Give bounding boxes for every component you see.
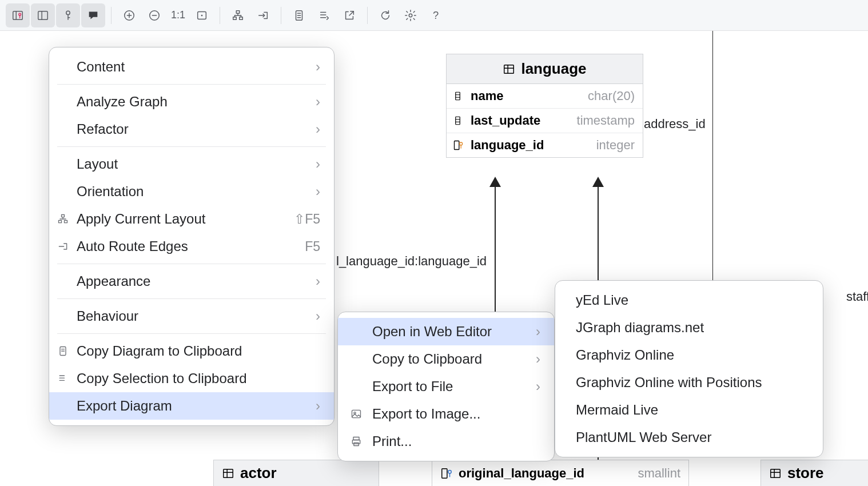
relation-arrowhead [592, 177, 604, 187]
svg-rect-52 [771, 469, 781, 477]
menu-analyze-graph[interactable]: Analyze Graph › [49, 88, 334, 115]
key-icon[interactable] [56, 3, 80, 27]
document-icon[interactable] [287, 3, 311, 27]
menu-label: Orientation [77, 184, 144, 200]
menu-copy-selection[interactable]: Copy Selection to Clipboard [49, 365, 334, 392]
entity-row[interactable]: name char(20) [447, 84, 643, 109]
chevron-right-icon: › [316, 94, 320, 110]
svg-rect-49 [442, 468, 447, 478]
menu-auto-route[interactable]: Auto Route Edges F5 [49, 233, 334, 260]
menu-separator [57, 146, 326, 147]
separator [111, 7, 112, 24]
image-icon [349, 407, 363, 421]
menu-label: Graphviz Online [576, 347, 674, 363]
open-external-icon[interactable] [337, 3, 361, 27]
menu-label: Copy Diagram to Clipboard [77, 343, 242, 359]
column-type: integer [596, 138, 635, 153]
table-icon [503, 63, 515, 75]
menu-label: Behaviour [77, 308, 138, 324]
column-type: timestamp [577, 113, 635, 128]
menu-label: Copy to Clipboard [372, 351, 482, 367]
menu-label: Analyze Graph [77, 94, 168, 110]
chevron-right-icon: › [316, 308, 320, 324]
zoom-reset-button[interactable]: 1:1 [168, 3, 189, 27]
route-edges-icon[interactable] [251, 3, 275, 27]
menu-label: Apply Current Layout [77, 211, 205, 227]
menu-export-image[interactable]: Export to Image... [338, 400, 554, 428]
entity-store-partial[interactable]: store [761, 460, 868, 486]
menu-yed-live[interactable]: yEd Live [555, 286, 823, 314]
entity-title: actor [240, 464, 277, 482]
menu-jgraph[interactable]: JGraph diagrams.net [555, 314, 823, 341]
svg-point-50 [448, 470, 452, 473]
menu-label: Export Diagram [77, 398, 172, 414]
menu-separator [57, 298, 326, 299]
chevron-right-icon: › [316, 121, 320, 137]
chevron-right-icon: › [316, 156, 320, 172]
selection-list-icon[interactable] [312, 3, 336, 27]
column-icon [452, 91, 465, 101]
entity-row[interactable]: language_id integer [447, 133, 643, 157]
menu-open-web-editor[interactable]: Open in Web Editor › [338, 318, 554, 345]
menu-content[interactable]: Content › [49, 53, 334, 81]
menu-plantuml[interactable]: PlantUML Web Server [555, 424, 823, 451]
zoom-in-icon[interactable] [117, 3, 141, 27]
help-icon[interactable]: ? [424, 3, 448, 27]
entity-row-partial[interactable]: original_language_id smallint [432, 460, 689, 486]
chevron-right-icon: › [316, 398, 320, 414]
menu-appearance[interactable]: Appearance › [49, 268, 334, 295]
refresh-icon[interactable] [373, 3, 397, 27]
table-icon [769, 467, 782, 480]
layout-tree-icon[interactable] [226, 3, 250, 27]
menu-label: Open in Web Editor [372, 324, 492, 340]
entity-actor-partial[interactable]: actor [213, 460, 379, 486]
menu-graphviz[interactable]: Graphviz Online [555, 341, 823, 369]
menu-graphviz-positions[interactable]: Graphviz Online with Positions [555, 369, 823, 396]
column-name: language_id [471, 138, 591, 153]
chevron-right-icon: › [316, 273, 320, 289]
edge-label: staff_ [846, 289, 868, 304]
svg-rect-0 [13, 11, 23, 19]
panel-left-key-icon[interactable] [6, 3, 30, 27]
chevron-right-icon: › [536, 324, 540, 340]
menu-label: Export to Image... [372, 406, 480, 422]
svg-point-44 [460, 142, 463, 145]
comment-icon[interactable] [81, 3, 105, 27]
column-name: last_update [471, 113, 571, 128]
svg-rect-69 [353, 437, 359, 440]
svg-point-32 [409, 14, 412, 17]
entity-title: language [521, 60, 586, 78]
menu-behaviour[interactable]: Behaviour › [49, 302, 334, 330]
chevron-right-icon: › [316, 59, 320, 75]
entity-language[interactable]: language name char(20) last_update times… [446, 54, 643, 158]
svg-rect-34 [504, 65, 514, 73]
menu-layout[interactable]: Layout › [49, 150, 334, 178]
panel-split-icon[interactable] [31, 3, 55, 27]
chevron-right-icon: › [536, 379, 540, 395]
svg-rect-57 [65, 221, 67, 223]
entity-row[interactable]: last_update timestamp [447, 109, 643, 133]
menu-label: Appearance [77, 273, 150, 289]
svg-point-6 [66, 11, 70, 14]
menu-orientation[interactable]: Orientation › [49, 178, 334, 205]
svg-text:?: ? [433, 9, 439, 21]
menu-copy-clipboard[interactable]: Copy to Clipboard › [338, 345, 554, 373]
menu-export-diagram[interactable]: Export Diagram › [49, 392, 334, 420]
menu-apply-layout[interactable]: Apply Current Layout ⇧F5 [49, 205, 334, 233]
edge-label: address_id [644, 117, 706, 132]
menu-copy-diagram[interactable]: Copy Diagram to Clipboard [49, 337, 334, 365]
menu-print[interactable]: Print... [338, 428, 554, 455]
column-type: smallint [638, 466, 680, 481]
menu-mermaid[interactable]: Mermaid Live [555, 396, 823, 424]
menu-shortcut: F5 [305, 239, 320, 254]
menu-refactor[interactable]: Refactor › [49, 115, 334, 143]
svg-rect-56 [59, 221, 62, 223]
fit-content-icon[interactable] [190, 3, 214, 27]
print-icon [349, 435, 363, 448]
entity-title: store [787, 464, 824, 482]
zoom-out-icon[interactable] [142, 3, 166, 27]
settings-icon[interactable] [399, 3, 423, 27]
menu-label: Copy Selection to Clipboard [77, 371, 247, 387]
menu-export-file[interactable]: Export to File › [338, 373, 554, 400]
menu-separator [57, 264, 326, 264]
